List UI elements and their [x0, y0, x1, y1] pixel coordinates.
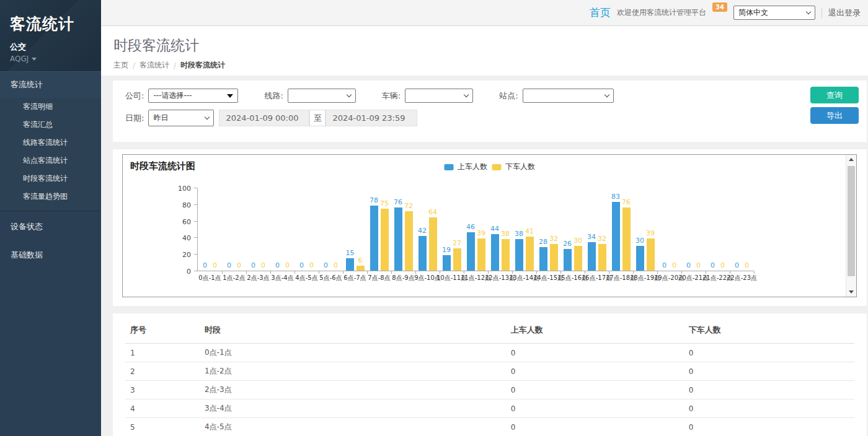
brand-title: 客流统计	[10, 14, 91, 34]
y-axis-label: 100	[178, 185, 191, 193]
notification-badge[interactable]: 34	[712, 2, 727, 12]
sidebar-item[interactable]: 站点客流统计	[0, 152, 101, 170]
sidebar-section-base-data[interactable]: 基础数据	[0, 242, 101, 268]
welcome-text: 欢迎使用客流统计管理平台	[617, 7, 706, 18]
filter-buttons: 查询 导出	[810, 87, 859, 124]
header-period: 时段	[200, 316, 506, 344]
bar-boarding-rect	[636, 246, 644, 271]
app-root: 客流统计 公交 AQGJ 客流统计 客流明细客流汇总线路客流统计站点客流统计时段…	[0, 0, 868, 436]
bar-alighting-rect	[405, 211, 413, 271]
page-head: 时段客流统计 主页 / 客流统计 / 时段客流统计	[101, 26, 868, 76]
y-axis-label: 20	[182, 251, 191, 259]
chart-category-group: 837617点-18点	[609, 188, 633, 271]
period-stats-table: 序号 时段 上车人数 下车人数 10点-1点0021点-2点0032点-3点00…	[125, 316, 854, 436]
company-select[interactable]: ---请选择---	[148, 89, 238, 103]
chart-box: 时段车流统计图 上车人数 下车人数 020406080100 000点-1点00…	[122, 154, 857, 297]
date-preset-select[interactable]: 昨日	[148, 110, 214, 126]
bar-value-label: 0	[745, 262, 749, 269]
bar-alighting: 39	[477, 230, 485, 271]
table-cell: 0	[506, 381, 684, 399]
bar-value-label: 39	[646, 230, 655, 237]
bar-boarding-rect	[418, 236, 427, 271]
chart-category-group: 0022点-23点	[730, 188, 754, 271]
chart-category-group: 78757点-8点	[367, 188, 391, 271]
page-title: 时段客流统计	[113, 36, 856, 55]
breadcrumb: 主页 / 客流统计 / 时段客流统计	[113, 60, 856, 71]
table-cell: 0	[506, 362, 684, 381]
scroll-up-button[interactable]	[846, 155, 856, 164]
sidebar-item[interactable]: 线路客流统计	[0, 134, 101, 152]
bar-alighting: 0	[283, 262, 291, 271]
table-cell: 2点-3点	[200, 381, 506, 399]
bar-alighting-rect	[477, 238, 485, 271]
company-select-value: ---请选择---	[153, 90, 192, 101]
logout-link[interactable]: 退出登录	[828, 7, 861, 19]
table-panel: 序号 时段 上车人数 下车人数 10点-1点0021点-2点0032点-3点00…	[113, 313, 867, 436]
language-select-value: 简体中文	[738, 7, 768, 18]
chart-category-group: 000点-1点	[198, 188, 222, 271]
bar-boarding: 0	[660, 262, 668, 271]
x-axis-label: 22点-23点	[727, 274, 757, 282]
line-select[interactable]	[288, 89, 356, 103]
scrollbar-thumb[interactable]	[848, 166, 855, 276]
station-select[interactable]	[523, 89, 614, 103]
x-axis-label: 7点-8点	[368, 274, 390, 282]
breadcrumb-parent[interactable]: 客流统计	[140, 60, 169, 71]
sidebar-section-passenger-stats[interactable]: 客流统计	[0, 71, 101, 98]
bar-value-label: 0	[662, 262, 666, 269]
legend-swatch-boarding	[444, 164, 453, 170]
breadcrumb-home[interactable]: 主页	[113, 60, 128, 71]
bar-alighting-rect	[550, 244, 558, 271]
bar-boarding-rect	[467, 232, 475, 271]
chevron-down-icon	[806, 9, 811, 14]
export-button[interactable]: 导出	[810, 107, 859, 124]
header-boarding: 上车人数	[506, 316, 684, 344]
bar-value-label: 83	[611, 193, 620, 201]
bar-boarding-rect	[612, 202, 620, 271]
sidebar-item[interactable]: 客流量趋势图	[0, 188, 101, 206]
bar-value-label: 39	[477, 230, 485, 237]
table-cell: 3	[125, 381, 200, 399]
bar-boarding-rect	[539, 247, 547, 271]
bar-value-label: 0	[696, 262, 701, 269]
bar-boarding: 78	[370, 197, 378, 271]
account-dropdown[interactable]: AQGJ	[10, 54, 91, 63]
home-link[interactable]: 首页	[590, 6, 611, 20]
triangle-down-icon	[227, 94, 233, 98]
language-select[interactable]: 简体中文	[733, 6, 815, 20]
main-area: 首页 欢迎使用客流统计管理平台 34 简体中文 退出登录 时段客流统计 主页 /…	[101, 0, 868, 436]
table-cell: 3点-4点	[200, 399, 506, 418]
table-cell: 4	[125, 399, 200, 418]
sidebar-item[interactable]: 客流明细	[0, 98, 101, 116]
bar-boarding-rect	[346, 258, 354, 271]
query-button[interactable]: 查询	[810, 87, 859, 103]
bar-boarding: 0	[201, 262, 209, 271]
bar-alighting: 38	[501, 230, 510, 271]
x-axis-label: 0点-1点	[198, 274, 221, 282]
vehicle-label: 车辆:	[382, 90, 401, 102]
bar-value-label: 0	[720, 262, 725, 269]
legend-label-boarding: 上车人数	[458, 162, 487, 172]
table-cell: 1	[125, 344, 200, 362]
bar-boarding: 28	[539, 238, 547, 271]
x-axis-label: 2点-3点	[247, 274, 269, 282]
y-axis-label: 60	[182, 217, 191, 225]
sidebar-item[interactable]: 时段客流统计	[0, 170, 101, 188]
sidebar-item[interactable]: 客流汇总	[0, 116, 101, 134]
date-to-input[interactable]: 2024-01-09 23:59	[326, 110, 417, 126]
bar-alighting-rect	[381, 209, 389, 271]
bar-boarding-rect	[491, 234, 499, 271]
bar-boarding-rect	[564, 249, 572, 271]
table-cell: 0	[684, 399, 854, 418]
table-cell: 0点-1点	[200, 344, 506, 362]
bar-value-label: 75	[380, 200, 389, 207]
bar-boarding: 0	[709, 262, 717, 271]
vehicle-select[interactable]	[405, 89, 473, 103]
bar-value-label: 0	[285, 262, 290, 269]
bar-alighting: 27	[453, 240, 461, 271]
bar-value-label: 0	[309, 262, 314, 269]
scroll-down-button[interactable]	[846, 287, 856, 297]
chart-scrollbar[interactable]	[846, 155, 856, 297]
sidebar-section-device-status[interactable]: 设备状态	[0, 214, 101, 240]
date-from-input[interactable]: 2024-01-09 00:00	[219, 110, 309, 126]
